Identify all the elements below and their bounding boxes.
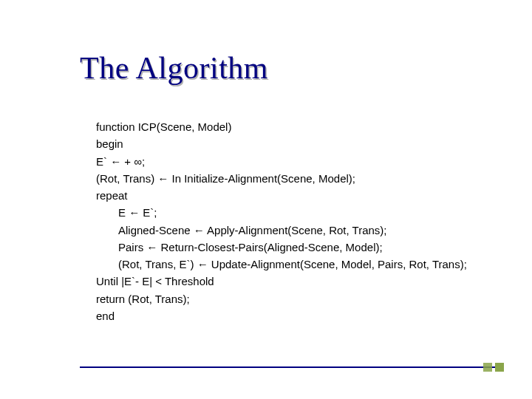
slide-body: function ICP(Scene, Model) begin E` ← + … [96,118,502,324]
code-line: Pairs ← Return-Closest-Pairs(Aligned-Sce… [96,239,502,256]
code-line: E ← E`; [96,204,502,221]
code-line: repeat [96,187,502,204]
left-arrow-icon: ← [157,172,168,185]
slide: The Algorithm function ICP(Scene, Model)… [0,0,532,399]
code-text: Return-Closest-Pairs(Aligned-Scene, Mode… [157,241,382,253]
code-line: Until |E`- E| < Threshold [96,273,502,290]
code-line: begin [96,135,502,152]
footer-accent-icon [483,363,492,372]
code-text: E` [96,155,110,168]
code-text: Pairs [118,241,146,253]
code-text: + ∞; [121,155,145,168]
code-text: Aligned-Scene [118,224,194,236]
code-line: end [96,307,502,324]
code-line: E` ← + ∞; [96,153,502,170]
code-line: function ICP(Scene, Model) [96,118,502,135]
left-arrow-icon: ← [129,206,140,219]
code-text: E [118,206,129,219]
slide-title: The Algorithm [80,50,268,86]
code-line: (Rot, Trans, E`) ← Update-Alignment(Scen… [96,256,502,273]
code-text: Apply-Alignment(Scene, Rot, Trans); [205,224,387,236]
code-line: Aligned-Scene ← Apply-Alignment(Scene, R… [96,222,502,239]
code-text: E`; [140,206,157,219]
code-line: return (Rot, Trans); [96,290,502,307]
code-line: (Rot, Trans) ← In Initialize-Alignment(S… [96,170,502,187]
code-text: In Initialize-Alignment(Scene, Model); [168,172,355,185]
left-arrow-icon: ← [146,241,157,253]
code-text: (Rot, Trans) [96,172,157,185]
footer-accent-icon [495,363,504,372]
left-arrow-icon: ← [197,258,208,270]
code-text: (Rot, Trans, E`) [118,258,197,270]
code-text: Update-Alignment(Scene, Model, Pairs, Ro… [208,258,467,270]
left-arrow-icon: ← [110,155,121,168]
left-arrow-icon: ← [194,224,205,236]
footer-divider [80,366,495,369]
